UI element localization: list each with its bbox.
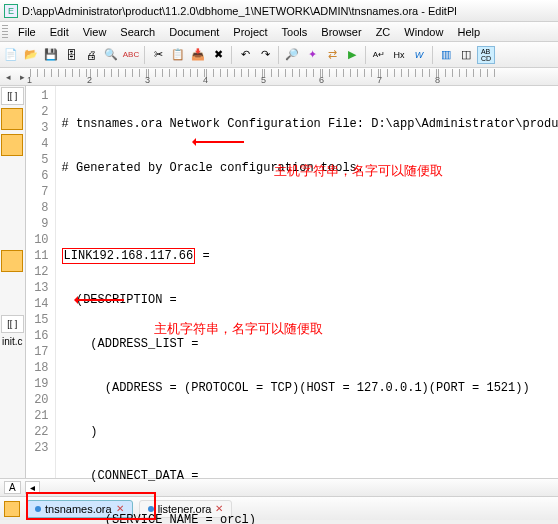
code-line: (DESCRIPTION = (62, 292, 558, 308)
ruler-tick: 2 (87, 75, 92, 85)
title-bar: E D:\app\Administrator\product\11.2.0\db… (0, 0, 558, 22)
print-icon[interactable]: 🖨 (82, 46, 100, 64)
replace-icon[interactable]: ⇄ (323, 46, 341, 64)
undo-icon[interactable]: ↶ (236, 46, 254, 64)
folder-icon[interactable] (1, 134, 23, 156)
wrap-icon[interactable]: A↵ (370, 46, 388, 64)
copy-icon[interactable]: 📋 (169, 46, 187, 64)
enc-icon[interactable]: ABCD (477, 46, 495, 64)
find-icon[interactable]: 🔎 (283, 46, 301, 64)
findnext-icon[interactable]: ✦ (303, 46, 321, 64)
ruler-tick: 1 (27, 75, 32, 85)
modified-bullet-icon (35, 506, 41, 512)
hex-icon[interactable]: Hx (390, 46, 408, 64)
sidebar: [[ ] [[ ] init.c (0, 86, 26, 478)
status-mode[interactable]: A (4, 481, 21, 494)
cut-icon[interactable]: ✂ (149, 46, 167, 64)
cols-icon[interactable]: ▥ (437, 46, 455, 64)
delete-icon[interactable]: ✖ (209, 46, 227, 64)
toolbar: 📄 📂 💾 🗄 🖨 🔍 ABC ✂ 📋 📥 ✖ ↶ ↷ 🔎 ✦ ⇄ ▶ A↵ H… (0, 42, 558, 68)
highlight-box: LINK192.168.117.66 (62, 248, 196, 264)
status-scroll-left-icon[interactable]: ◂ (25, 481, 40, 494)
code-area[interactable]: # tnsnames.ora Network Configuration Fil… (56, 86, 558, 478)
paste-icon[interactable]: 📥 (189, 46, 207, 64)
ruler-tick: 7 (377, 75, 382, 85)
menu-grip[interactable] (2, 25, 8, 39)
menu-view[interactable]: View (77, 24, 113, 40)
redo-icon[interactable]: ↷ (256, 46, 274, 64)
main-area: [[ ] [[ ] init.c 12345678910111213141516… (0, 86, 558, 478)
new-icon[interactable]: 📄 (2, 46, 20, 64)
ruler-tick: 3 (145, 75, 150, 85)
ruler-left-icon[interactable]: ◂ (2, 71, 14, 83)
code-line: (ADDRESS_LIST = (62, 336, 558, 352)
line-gutter: 1234567891011121314151617181920212223 (26, 86, 56, 478)
menu-edit[interactable]: Edit (44, 24, 75, 40)
menu-zc[interactable]: ZC (370, 24, 397, 40)
preview-icon[interactable]: 🔍 (102, 46, 120, 64)
split-icon[interactable]: ◫ (457, 46, 475, 64)
spell-icon[interactable]: ABC (122, 46, 140, 64)
code-line: LINK192.168.117.66 = (62, 248, 558, 264)
save-icon[interactable]: 💾 (42, 46, 60, 64)
sidebar-tab[interactable]: [[ ] (1, 315, 24, 333)
saveall-icon[interactable]: 🗄 (62, 46, 80, 64)
menu-bar: File Edit View Search Document Project T… (0, 22, 558, 42)
ruler-tick: 5 (261, 75, 266, 85)
code-line: # tnsnames.ora Network Configuration Fil… (62, 116, 558, 132)
ruler-tick: 4 (203, 75, 208, 85)
menu-window[interactable]: Window (398, 24, 449, 40)
code-line: (SERVICE_NAME = orcl) (62, 512, 558, 524)
ruler-tick: 8 (435, 75, 440, 85)
toolbar-sep (432, 46, 433, 64)
code-line: (CONNECT_DATA = (62, 468, 558, 484)
folder-icon[interactable] (4, 501, 20, 517)
code-line: # Generated by Oracle configuration tool… (62, 160, 558, 176)
open-icon[interactable]: 📂 (22, 46, 40, 64)
menu-project[interactable]: Project (227, 24, 273, 40)
window-title: D:\app\Administrator\product\11.2.0\dbho… (22, 5, 457, 17)
annotation-text: 主机字符串，名字可以随便取 (154, 321, 323, 336)
menu-search[interactable]: Search (114, 24, 161, 40)
app-icon: E (4, 4, 18, 18)
ruler: ◂ ▸ 1 2 3 4 5 6 7 8 (0, 68, 558, 86)
menu-tools[interactable]: Tools (276, 24, 314, 40)
go-icon[interactable]: ▶ (343, 46, 361, 64)
folder-icon[interactable] (1, 108, 23, 130)
editor[interactable]: 1234567891011121314151617181920212223 # … (26, 86, 558, 478)
code-line (62, 204, 558, 220)
toolbar-sep (365, 46, 366, 64)
code-line: (ADDRESS = (PROTOCOL = TCP)(HOST = 127.0… (62, 380, 558, 396)
menu-help[interactable]: Help (451, 24, 486, 40)
web-icon[interactable]: W (410, 46, 428, 64)
sidebar-tab[interactable]: [[ ] (1, 87, 24, 105)
toolbar-sep (231, 46, 232, 64)
menu-document[interactable]: Document (163, 24, 225, 40)
menu-browser[interactable]: Browser (315, 24, 367, 40)
ruler-tick: 6 (319, 75, 324, 85)
sidebar-file-label[interactable]: init.c (0, 334, 25, 349)
code-line: ) (62, 424, 558, 440)
folder-icon[interactable] (1, 250, 23, 272)
toolbar-sep (278, 46, 279, 64)
menu-file[interactable]: File (12, 24, 42, 40)
toolbar-sep (144, 46, 145, 64)
